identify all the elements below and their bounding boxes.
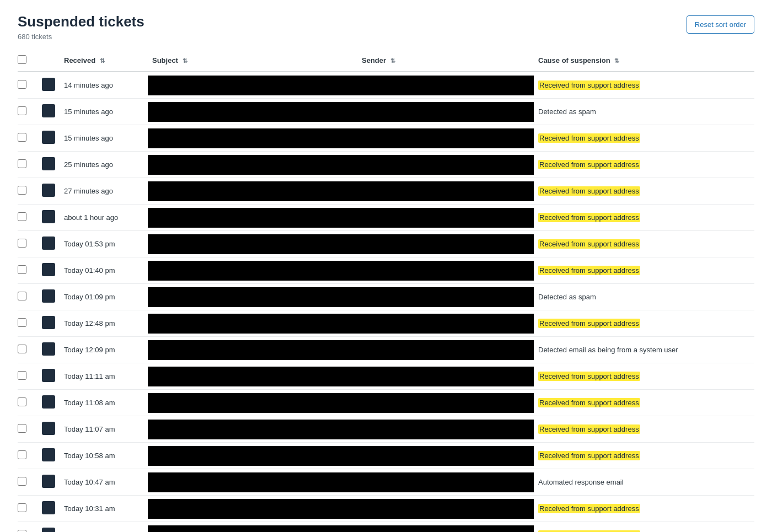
table-row[interactable]: Today 10:47 amAutomated response email	[18, 469, 754, 496]
row-checkbox[interactable]	[18, 424, 26, 433]
reset-sort-button[interactable]: Reset sort order	[687, 15, 754, 34]
row-subject[interactable]	[148, 125, 357, 152]
row-subject[interactable]	[148, 72, 357, 99]
row-sender[interactable]	[357, 205, 534, 231]
header-subject[interactable]: Subject ⇅	[148, 50, 357, 72]
row-checkbox[interactable]	[18, 159, 26, 168]
row-checkbox[interactable]	[18, 80, 26, 89]
table-row[interactable]: Today 10:58 amReceived from support addr…	[18, 443, 754, 469]
row-sender[interactable]	[357, 310, 534, 337]
header-cause[interactable]: Cause of suspension ⇅	[534, 50, 754, 72]
row-subject[interactable]	[148, 99, 357, 125]
row-sender[interactable]	[357, 522, 534, 532]
row-subject[interactable]	[148, 469, 357, 496]
table-row[interactable]: 15 minutes agoReceived from support addr…	[18, 125, 754, 152]
row-sender[interactable]	[357, 496, 534, 522]
row-sender[interactable]	[357, 231, 534, 257]
row-sender[interactable]	[357, 125, 534, 152]
row-checkbox[interactable]	[18, 133, 26, 142]
table-row[interactable]: 25 minutes agoReceived from support addr…	[18, 152, 754, 178]
row-sender[interactable]	[357, 363, 534, 390]
table-row[interactable]: Today 11:08 amReceived from support addr…	[18, 390, 754, 416]
row-sender[interactable]	[357, 99, 534, 125]
table-row[interactable]: 15 minutes agoDetected as spam	[18, 99, 754, 125]
table-row[interactable]: Today 01:09 pmDetected as spam	[18, 284, 754, 310]
row-checkbox-cell[interactable]	[18, 416, 37, 443]
row-checkbox-cell[interactable]	[18, 469, 37, 496]
header-received[interactable]: Received ⇅	[60, 50, 148, 72]
row-subject[interactable]	[148, 337, 357, 363]
row-checkbox-cell[interactable]	[18, 152, 37, 178]
row-checkbox[interactable]	[18, 371, 26, 380]
row-checkbox[interactable]	[18, 239, 26, 248]
row-checkbox-cell[interactable]	[18, 257, 37, 284]
row-subject[interactable]	[148, 390, 357, 416]
table-row[interactable]: Today 11:07 amReceived from support addr…	[18, 416, 754, 443]
row-checkbox-cell[interactable]	[18, 178, 37, 205]
row-sender[interactable]	[357, 416, 534, 443]
table-row[interactable]: Today 01:40 pmReceived from support addr…	[18, 257, 754, 284]
row-checkbox-cell[interactable]	[18, 337, 37, 363]
row-subject[interactable]	[148, 310, 357, 337]
table-row[interactable]: Today 01:53 pmReceived from support addr…	[18, 231, 754, 257]
row-checkbox[interactable]	[18, 503, 26, 512]
row-cause: Received from support address	[534, 443, 754, 469]
row-subject[interactable]	[148, 522, 357, 532]
header-select-all[interactable]	[18, 50, 37, 72]
row-checkbox-cell[interactable]	[18, 72, 37, 99]
row-sender[interactable]	[357, 72, 534, 99]
row-sender[interactable]	[357, 390, 534, 416]
row-checkbox[interactable]	[18, 450, 26, 459]
page-header: Suspended tickets 680 tickets Reset sort…	[0, 0, 772, 50]
row-checkbox[interactable]	[18, 186, 26, 195]
row-checkbox[interactable]	[18, 345, 26, 353]
row-checkbox[interactable]	[18, 318, 26, 327]
row-checkbox-cell[interactable]	[18, 99, 37, 125]
row-checkbox[interactable]	[18, 265, 26, 274]
row-sender[interactable]	[357, 284, 534, 310]
row-checkbox-cell[interactable]	[18, 125, 37, 152]
table-row[interactable]: Today 10:31 amReceived from support addr…	[18, 496, 754, 522]
header-sender[interactable]: Sender ⇅	[357, 50, 534, 72]
row-subject[interactable]	[148, 416, 357, 443]
table-row[interactable]: Today 09:55 amReceived from support addr…	[18, 522, 754, 532]
row-subject[interactable]	[148, 257, 357, 284]
row-checkbox[interactable]	[18, 530, 26, 532]
row-subject[interactable]	[148, 363, 357, 390]
row-sender[interactable]	[357, 337, 534, 363]
row-checkbox[interactable]	[18, 106, 26, 115]
row-checkbox-cell[interactable]	[18, 231, 37, 257]
table-row[interactable]: Today 12:48 pmReceived from support addr…	[18, 310, 754, 337]
row-checkbox-cell[interactable]	[18, 310, 37, 337]
row-checkbox-cell[interactable]	[18, 205, 37, 231]
select-all-checkbox[interactable]	[18, 55, 26, 64]
row-checkbox-cell[interactable]	[18, 363, 37, 390]
row-sender[interactable]	[357, 443, 534, 469]
row-checkbox[interactable]	[18, 292, 26, 300]
table-row[interactable]: 27 minutes agoReceived from support addr…	[18, 178, 754, 205]
row-cause: Detected as spam	[534, 99, 754, 125]
row-sender[interactable]	[357, 178, 534, 205]
row-checkbox-cell[interactable]	[18, 390, 37, 416]
row-checkbox[interactable]	[18, 212, 26, 221]
row-sender[interactable]	[357, 469, 534, 496]
table-row[interactable]: 14 minutes agoReceived from support addr…	[18, 72, 754, 99]
row-sender[interactable]	[357, 152, 534, 178]
row-checkbox-cell[interactable]	[18, 443, 37, 469]
row-checkbox-cell[interactable]	[18, 522, 37, 532]
row-subject[interactable]	[148, 496, 357, 522]
row-subject[interactable]	[148, 284, 357, 310]
row-subject[interactable]	[148, 205, 357, 231]
row-checkbox-cell[interactable]	[18, 284, 37, 310]
row-subject[interactable]	[148, 178, 357, 205]
row-checkbox[interactable]	[18, 397, 26, 406]
row-checkbox-cell[interactable]	[18, 496, 37, 522]
row-checkbox[interactable]	[18, 477, 26, 486]
row-subject[interactable]	[148, 443, 357, 469]
table-row[interactable]: about 1 hour agoReceived from support ad…	[18, 205, 754, 231]
row-sender[interactable]	[357, 257, 534, 284]
row-subject[interactable]	[148, 231, 357, 257]
table-row[interactable]: Today 11:11 amReceived from support addr…	[18, 363, 754, 390]
row-subject[interactable]	[148, 152, 357, 178]
table-row[interactable]: Today 12:09 pmDetected email as being fr…	[18, 337, 754, 363]
